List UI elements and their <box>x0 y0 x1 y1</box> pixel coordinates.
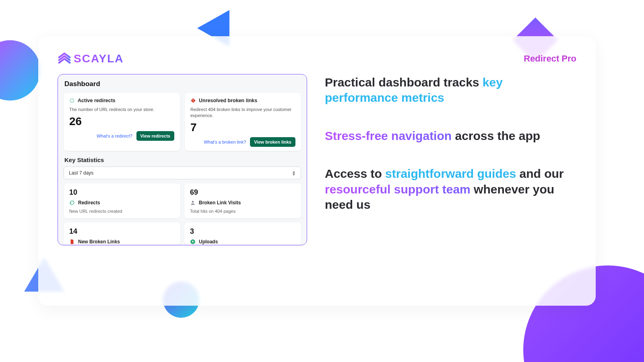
stat-card-uploads: 3 Uploads <box>184 222 301 245</box>
stat-card-new-broken: 14 New Broken Links <box>64 222 180 245</box>
stat-label: New Broken Links <box>78 239 120 245</box>
view-broken-links-button[interactable]: View broken links <box>250 137 295 147</box>
help-link-redirect[interactable]: What's a redirect? <box>97 134 132 138</box>
warning-icon <box>190 98 196 103</box>
stat-value: 14 <box>69 227 175 236</box>
help-link-broken[interactable]: What's a broken link? <box>204 140 246 144</box>
copy-highlight: resourceful support team <box>325 183 471 196</box>
product-name: Redirect Pro <box>524 53 576 64</box>
stat-sub: Total hits on 404 pages <box>190 209 295 214</box>
stat-label: Redirects <box>78 200 100 206</box>
date-range-value: Last 7 days <box>69 170 93 176</box>
card-desc: Redirect 404 broken links to improve you… <box>190 107 295 119</box>
copy-text: and our <box>516 167 564 180</box>
refresh-icon <box>69 200 75 206</box>
card-title: Unresolved broken links <box>199 98 257 103</box>
svg-point-2 <box>192 201 194 203</box>
stat-value: 69 <box>190 188 295 197</box>
redirect-icon <box>69 98 75 103</box>
stat-value: 10 <box>69 188 175 197</box>
brand-logo: SCAYLA <box>58 52 124 65</box>
stat-label: Broken Link Visits <box>199 200 241 206</box>
card-value: 26 <box>69 115 174 128</box>
dashboard-title: Dashboard <box>64 80 301 88</box>
svg-rect-0 <box>193 99 193 101</box>
key-statistics-title: Key Statistics <box>64 156 301 163</box>
stat-grid: 10 Redirects New URL redirects created 6… <box>64 183 301 245</box>
user-icon <box>190 200 196 206</box>
card-desc: The number of URL redirects on your stor… <box>69 107 174 113</box>
svg-rect-1 <box>193 101 193 102</box>
copy-text: Practical dashboard tracks <box>325 76 483 89</box>
header: SCAYLA Redirect Pro <box>58 52 576 65</box>
decoration-circle-left <box>0 40 40 101</box>
stat-label: Uploads <box>199 239 218 245</box>
copy-column: Practical dashboard tracks key performan… <box>325 74 576 245</box>
copy-highlight: straightforward guides <box>385 167 516 180</box>
file-icon <box>69 239 75 245</box>
content-row: Dashboard Active redirects The number of <box>58 74 576 245</box>
copy-text: Access to <box>325 167 385 180</box>
copy-highlight: Stress-free navigation <box>325 129 452 142</box>
dashboard-preview: Dashboard Active redirects The number of <box>58 74 307 245</box>
copy-line-3: Access to straightforward guides and our… <box>325 166 576 212</box>
copy-text: across the app <box>452 129 540 142</box>
brand-name: SCAYLA <box>74 52 124 65</box>
stepper-icon: ▲▼ <box>292 170 296 176</box>
stat-value: 3 <box>190 227 295 236</box>
stat-card-broken-visits: 69 Broken Link Visits Total hits on 404 … <box>184 183 301 218</box>
card-value: 7 <box>190 121 295 134</box>
card-title: Active redirects <box>78 98 116 103</box>
date-range-selector[interactable]: Last 7 days ▲▼ <box>64 167 301 179</box>
summary-cards-row: Active redirects The number of URL redir… <box>64 93 301 151</box>
upload-icon <box>190 239 196 245</box>
card-broken-links: Unresolved broken links Redirect 404 bro… <box>185 93 301 151</box>
card-active-redirects: Active redirects The number of URL redir… <box>64 93 180 151</box>
stat-card-redirects: 10 Redirects New URL redirects created <box>64 183 180 218</box>
copy-line-1: Practical dashboard tracks key performan… <box>325 75 576 106</box>
stat-sub: New URL redirects created <box>69 209 175 214</box>
main-panel: SCAYLA Redirect Pro Dashboard <box>38 36 596 306</box>
copy-line-2: Stress-free navigation across the app <box>325 128 576 144</box>
view-redirects-button[interactable]: View redirects <box>136 131 174 141</box>
brand-logo-icon <box>58 53 71 65</box>
